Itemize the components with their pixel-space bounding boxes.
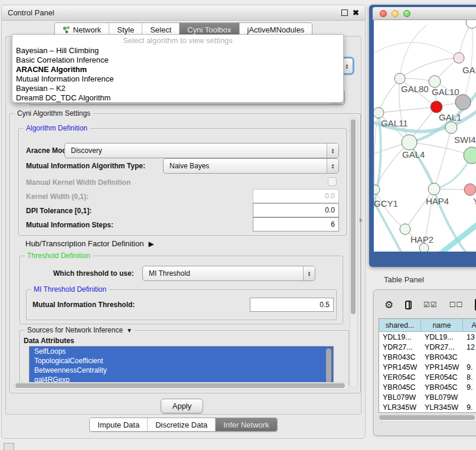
node-salmon[interactable] [464,184,476,195]
hub-definition-toggle[interactable]: Hub/Transcription Factor Definition ▶ [25,239,154,248]
node-gal11[interactable] [374,107,384,118]
control-panel-window: Control Panel ✖ Network [1,5,366,439]
panel-divider-arrow[interactable] [360,218,363,223]
table-row[interactable]: YDL19...YDL19...13 [379,332,476,342]
zoom-window-button[interactable] [403,10,410,17]
collapsed-arrow-icon: ▶ [148,240,154,248]
select-all-icon[interactable]: ☑☑ [423,301,438,309]
settings-vertical-scrollbar[interactable] [350,118,358,388]
mi-steps-field[interactable]: 6 [253,217,339,231]
network-edge[interactable] [434,128,451,189]
close-window-button[interactable] [380,10,387,17]
algorithm-option-selected[interactable]: ARACNE Algorithm [12,64,343,74]
node-gal80[interactable] [395,73,405,84]
table-row[interactable]: YLR345WYLR345W9. [379,402,476,412]
algorithm-option[interactable]: Dream8 DC_TDC Algorithm [12,93,343,102]
tab-impute-data[interactable]: Impute Data [90,418,148,431]
apply-button[interactable]: Apply [161,399,203,413]
control-panel-title: Control Panel [8,8,54,17]
table-row[interactable]: YBR045CYBR045C9. [379,382,476,392]
network-edge[interactable] [379,79,400,113]
settings-group-title: Cyni Algorithm Settings [15,109,93,118]
algorithm-dropdown-prompt: Select algorithm to view settings [12,35,343,45]
mi-threshold-field[interactable]: 0.5 [250,298,334,312]
column-header-shared-name[interactable]: shared... [379,319,421,332]
split-columns-icon[interactable] [405,301,412,309]
node-gal1[interactable] [445,122,457,133]
minimize-window-button[interactable] [392,10,399,17]
table-horizontal-scrollbar[interactable] [377,414,476,422]
cyni-algorithm-settings-group: Cyni Algorithm Settings Algorithm Defini… [9,113,361,393]
cyni-toolbox-panel: ▴ ▾ gal-filtered.sif default node ▴ ▾ Se… [5,36,361,415]
column-header-name[interactable]: name [421,319,463,332]
network-edge[interactable] [374,43,459,58]
table-row[interactable]: YDR27...YDR27...12 [379,342,476,352]
expanded-arrow-icon[interactable]: ▼ [126,327,132,334]
deselect-all-icon[interactable]: ☐☐ [449,301,464,309]
settings-horizontal-scrollbar[interactable] [14,382,349,390]
threshold-definition-group: Threshold Definition Which threshold to … [19,256,343,324]
network-graph[interactable]: GALGAL80GAL10GAL1GAL11SWI4GAL4GCY1HAP4YH… [374,20,476,252]
network-canvas[interactable]: GALGAL80GAL10GAL1GAL11SWI4GAL4GCY1HAP4YH… [374,20,476,252]
attribute-item-selected[interactable]: BetweennessCentrality [30,366,333,375]
attribute-item-selected[interactable]: SelfLoops [30,347,333,356]
sources-group-title: Sources for Network Inference [27,326,123,334]
network-node-label: HAP4 [426,196,449,206]
gear-icon[interactable]: ⚙ [384,299,393,311]
list-vertical-scrollbar[interactable] [326,348,332,384]
node-gal10[interactable] [429,76,441,87]
attribute-item-selected[interactable]: TopologicalCoefficient [30,356,333,366]
table-row[interactable]: YBR043CYBR043C [379,352,476,362]
manual-kernel-checkbox[interactable] [328,177,337,186]
mi-threshold-label: Mutual Information Threshold: [32,301,135,309]
network-edge[interactable] [400,58,459,79]
node-swi4[interactable] [464,147,476,164]
network-edge[interactable] [440,223,476,252]
network-node-label: GAL4 [402,149,425,159]
network-edge[interactable] [405,189,434,229]
network-node-label: Y [473,196,476,206]
table-row[interactable]: YER054CYER054C8. [379,372,476,382]
node-hap2[interactable] [400,224,410,234]
kernel-width-field[interactable]: 0.0 [253,189,339,203]
table-row[interactable]: YPR145WYPR145W9. [379,362,476,372]
node-red[interactable] [431,101,442,113]
network-window-titlebar [373,7,476,20]
network-edge[interactable] [379,107,436,113]
mi-type-combobox[interactable]: Naive Bayes ▴▾ [163,158,339,174]
aracne-mode-combobox[interactable]: Discovery ▴▾ [64,143,339,158]
algorithm-option[interactable]: Bayesian – Hill Climbing [12,45,343,55]
screen: Control Panel ✖ Network [0,0,476,450]
tab-infer-network[interactable]: Infer Network [216,418,276,431]
network-node-label: GAL80 [401,84,429,94]
algorithm-option[interactable]: Bayesian – K2 [12,83,343,93]
node-gal-pink[interactable] [454,53,464,63]
node-bottom[interactable] [419,243,429,252]
mi-type-label: Mutual Information Algorithm Type: [26,162,145,170]
algorithm-option[interactable]: Mutual Information Inference [12,74,343,83]
dpi-tolerance-field[interactable]: 0.0 [253,203,339,217]
float-window-icon[interactable] [341,9,348,16]
control-panel-titlebar: Control Panel ✖ [2,5,365,21]
data-attributes-list[interactable]: SelfLoops TopologicalCoefficient Between… [29,346,334,386]
which-threshold-combobox[interactable]: MI Threshold ▴▾ [142,266,315,281]
algorithm-option[interactable]: Basic Correlation Inference [12,55,343,64]
close-panel-icon[interactable]: ✖ [353,9,359,17]
resize-grip[interactable] [4,443,14,450]
node-gal4[interactable] [402,135,417,150]
cyni-bottom-tabbar: Impute Data Discretize Data Infer Networ… [2,418,365,432]
settings-scrollbar-thumb[interactable] [351,119,356,314]
node-gcy1[interactable] [374,185,380,194]
network-node-label: HAP2 [410,234,433,244]
node-hap4[interactable] [428,183,440,195]
tab-discretize-data[interactable]: Discretize Data [148,418,216,431]
table-row[interactable]: YBL079WYBL079W [379,392,476,402]
node-table: shared... name A YDL19...YDL19...13 YDR2… [379,318,476,413]
network-node-label: GAL10 [432,87,459,97]
network-edge[interactable] [375,190,405,229]
network-edge[interactable] [463,22,472,102]
node-top-right[interactable] [466,20,476,28]
table-row[interactable]: YIL052CYIL052C9 [379,412,476,413]
data-attributes-label: Data Attributes [24,337,74,345]
column-header-partial[interactable]: A [463,319,476,332]
